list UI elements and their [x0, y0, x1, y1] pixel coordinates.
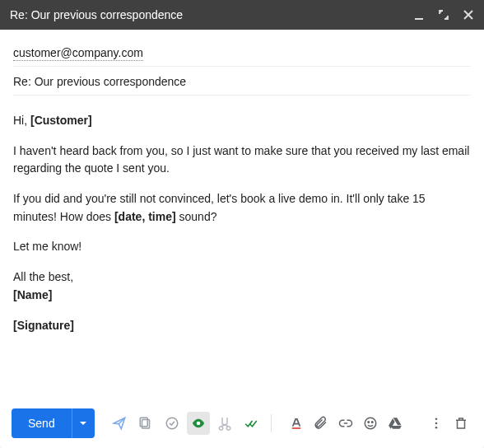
drive-icon	[388, 416, 403, 431]
svg-point-4	[196, 422, 200, 426]
minimize-icon	[413, 9, 425, 21]
header-fields: customer@company.com Re: Our previous co…	[0, 30, 484, 96]
greeting-placeholder: [Customer]	[30, 114, 92, 127]
name-line: [Name]	[13, 287, 471, 305]
to-field[interactable]: customer@company.com	[13, 38, 471, 67]
signature-placeholder: [Signature]	[13, 319, 74, 332]
window-controls	[413, 9, 474, 21]
svg-point-8	[371, 422, 373, 423]
message-body[interactable]: Hi, [Customer] I haven't heard back from…	[0, 96, 484, 334]
paperclip-icon	[314, 416, 328, 431]
overflow-tools	[425, 412, 472, 435]
expand-icon	[438, 9, 449, 21]
link-icon	[338, 416, 353, 431]
paragraph-1: I haven't heard back from you, so I just…	[13, 142, 471, 178]
svg-point-6	[365, 418, 376, 429]
signature-line: [Signature]	[13, 317, 471, 335]
recipient-chip[interactable]: customer@company.com	[13, 46, 143, 61]
expand-button[interactable]	[438, 9, 449, 21]
window-header: Re: Our previous correspondence	[0, 0, 484, 30]
format-tools	[285, 412, 407, 435]
paragraph-3: Let me know!	[13, 238, 471, 256]
discard-button[interactable]	[449, 412, 472, 435]
svg-point-10	[435, 422, 438, 425]
name-placeholder: [Name]	[13, 288, 52, 301]
snippets-button[interactable]	[213, 412, 236, 435]
double-check-icon	[244, 416, 258, 431]
task-button[interactable]	[161, 412, 184, 435]
emoji-button[interactable]	[359, 412, 382, 435]
para2-placeholder: [date, time]	[114, 210, 176, 223]
signoff-line: All the best,	[13, 268, 471, 287]
subject-field[interactable]: Re: Our previous correspondence	[13, 67, 471, 96]
compose-window: Re: Our previous correspondence customer…	[0, 0, 484, 448]
emoji-icon	[363, 416, 378, 431]
text-format-icon	[289, 416, 304, 431]
more-options-button[interactable]	[425, 412, 448, 435]
compose-toolbar: Send	[0, 400, 484, 448]
send-options-button[interactable]	[72, 408, 95, 438]
kebab-icon	[429, 416, 444, 431]
templates-icon	[138, 416, 153, 431]
svg-point-11	[435, 427, 438, 429]
paragraph-2: If you did and you're still not convince…	[13, 190, 471, 226]
greeting-line: Hi, [Customer]	[13, 112, 471, 130]
send-later-button[interactable]	[108, 412, 131, 435]
svg-point-9	[435, 418, 438, 420]
minimize-button[interactable]	[413, 9, 425, 21]
svg-rect-5	[291, 427, 300, 429]
toolbar-divider	[271, 414, 272, 432]
snippet-icon	[217, 416, 232, 431]
eye-icon	[191, 416, 206, 431]
para2-post: sound?	[176, 210, 217, 223]
caret-down-icon	[79, 419, 87, 427]
close-icon	[463, 9, 474, 21]
tracking-tools	[108, 412, 263, 435]
svg-point-3	[166, 418, 178, 429]
attach-button[interactable]	[309, 412, 333, 435]
window-title: Re: Our previous correspondence	[10, 8, 413, 21]
templates-button[interactable]	[134, 412, 157, 435]
drive-button[interactable]	[384, 412, 407, 435]
formatting-button[interactable]	[285, 412, 308, 435]
send-group: Send	[12, 408, 95, 438]
tracking-toggle[interactable]	[187, 412, 210, 435]
greeting-text: Hi,	[13, 114, 30, 127]
link-button[interactable]	[334, 412, 357, 435]
paper-plane-icon	[112, 416, 127, 431]
close-button[interactable]	[463, 9, 474, 21]
svg-point-7	[368, 422, 370, 423]
check-circle-icon	[165, 416, 179, 431]
trash-icon	[454, 416, 468, 431]
para2-pre: If you did and you're still not convince…	[13, 192, 426, 223]
double-check-button[interactable]	[240, 412, 263, 435]
send-button[interactable]: Send	[12, 408, 72, 438]
